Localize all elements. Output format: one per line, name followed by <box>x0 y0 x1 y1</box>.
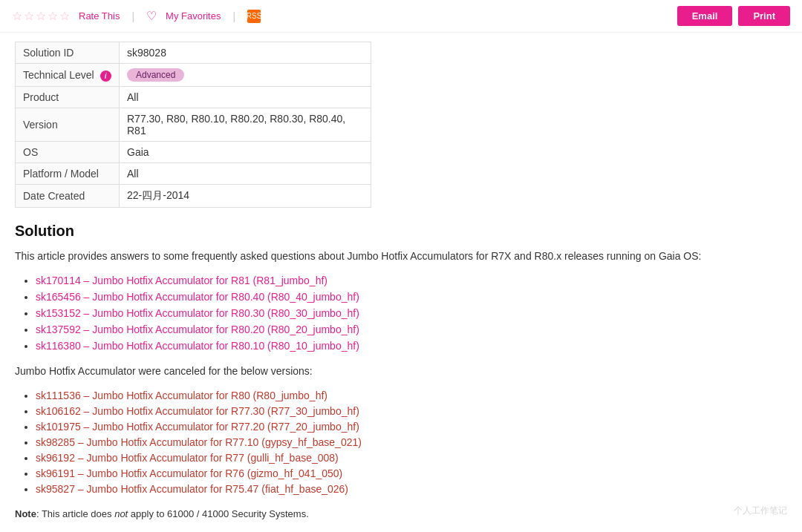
note-em: not <box>114 508 128 519</box>
value-solution-id: sk98028 <box>120 42 371 64</box>
table-row-version: Version R77.30, R80, R80.10, R80.20, R80… <box>16 108 371 142</box>
value-version: R77.30, R80, R80.10, R80.20, R80.30, R80… <box>120 108 371 142</box>
label-product: Product <box>16 87 120 108</box>
star-5[interactable]: ☆ <box>59 9 70 23</box>
link-sk165456[interactable]: sk165456 – Jumbo Hotfix Accumulator for … <box>36 291 359 303</box>
separator-1: | <box>131 10 134 22</box>
list-item: sk95827 – Jumbo Hotfix Accumulator for R… <box>36 483 787 495</box>
list-item: sk96192 – Jumbo Hotfix Accumulator for R… <box>36 452 787 464</box>
active-links-list: sk170114 – Jumbo Hotfix Accumulator for … <box>15 275 787 352</box>
star-2[interactable]: ☆ <box>24 9 34 23</box>
list-item: sk137592 – Jumbo Hotfix Accumulator for … <box>36 324 787 335</box>
value-os: Gaia <box>120 142 371 163</box>
top-bar: ☆ ☆ ☆ ☆ ☆ Rate This | ♡ My Favorites | R… <box>0 0 802 33</box>
list-item: sk116380 – Jumbo Hotfix Accumulator for … <box>36 340 787 352</box>
list-item: sk101975 – Jumbo Hotfix Accumulator for … <box>36 421 787 433</box>
star-rating[interactable]: ☆ ☆ ☆ ☆ ☆ <box>12 9 70 23</box>
link-sk137592[interactable]: sk137592 – Jumbo Hotfix Accumulator for … <box>36 324 359 335</box>
table-row-product: Product All <box>16 87 371 108</box>
main-content: Solution ID sk98028 Technical Level i Ad… <box>0 33 802 532</box>
list-item: sk106162 – Jumbo Hotfix Accumulator for … <box>36 405 787 417</box>
link-sk170114[interactable]: sk170114 – Jumbo Hotfix Accumulator for … <box>36 275 327 286</box>
list-item: sk170114 – Jumbo Hotfix Accumulator for … <box>36 275 787 286</box>
list-item: sk96191 – Jumbo Hotfix Accumulator for R… <box>36 467 787 479</box>
link-sk116380[interactable]: sk116380 – Jumbo Hotfix Accumulator for … <box>36 340 359 352</box>
value-technical-level: Advanced <box>120 64 371 87</box>
list-item: sk98285 – Jumbo Hotfix Accumulator for R… <box>36 436 787 448</box>
label-os: OS <box>16 142 120 163</box>
label-technical-level: Technical Level i <box>16 64 120 87</box>
link-sk98285[interactable]: sk98285 – Jumbo Hotfix Accumulator for R… <box>36 436 362 448</box>
link-sk111536[interactable]: sk111536 – Jumbo Hotfix Accumulator for … <box>36 390 327 401</box>
top-right-actions: Email Print <box>677 6 790 26</box>
email-button[interactable]: Email <box>677 6 733 26</box>
solution-title: Solution <box>15 223 787 240</box>
info-icon[interactable]: i <box>100 70 111 82</box>
label-version: Version <box>16 108 120 142</box>
star-1[interactable]: ☆ <box>12 9 22 23</box>
rate-this-link[interactable]: Rate This <box>79 10 120 22</box>
link-sk106162[interactable]: sk106162 – Jumbo Hotfix Accumulator for … <box>36 405 359 417</box>
link-sk95827[interactable]: sk95827 – Jumbo Hotfix Accumulator for R… <box>36 483 348 495</box>
list-item: sk153152 – Jumbo Hotfix Accumulator for … <box>36 307 787 319</box>
label-solution-id: Solution ID <box>16 42 120 64</box>
table-row-date: Date Created 22-四月-2014 <box>16 185 371 208</box>
table-row-os: OS Gaia <box>16 142 371 163</box>
table-row-platform: Platform / Model All <box>16 163 371 185</box>
cancelled-links-list: sk111536 – Jumbo Hotfix Accumulator for … <box>15 390 787 495</box>
link-sk96192[interactable]: sk96192 – Jumbo Hotfix Accumulator for R… <box>36 452 339 464</box>
link-sk96191[interactable]: sk96191 – Jumbo Hotfix Accumulator for R… <box>36 467 342 479</box>
table-row-technical-level: Technical Level i Advanced <box>16 64 371 87</box>
value-platform: All <box>120 163 371 185</box>
heart-icon: ♡ <box>146 9 157 23</box>
label-date: Date Created <box>16 185 120 208</box>
rss-icon[interactable]: RSS <box>247 10 261 23</box>
list-item: sk165456 – Jumbo Hotfix Accumulator for … <box>36 291 787 303</box>
info-table: Solution ID sk98028 Technical Level i Ad… <box>15 42 371 208</box>
star-4[interactable]: ☆ <box>48 9 58 23</box>
value-date: 22-四月-2014 <box>120 185 371 208</box>
list-item: sk111536 – Jumbo Hotfix Accumulator for … <box>36 390 787 401</box>
advanced-badge: Advanced <box>127 68 184 82</box>
table-row-solution-id: Solution ID sk98028 <box>16 42 371 64</box>
top-left-actions: ☆ ☆ ☆ ☆ ☆ Rate This | ♡ My Favorites | R… <box>12 9 261 23</box>
separator-2: | <box>232 10 235 22</box>
cancelled-intro: Jumbo Hotfix Accumulator were canceled f… <box>15 364 787 379</box>
note-bold: Note <box>15 508 36 519</box>
link-sk153152[interactable]: sk153152 – Jumbo Hotfix Accumulator for … <box>36 307 359 319</box>
favorites-link[interactable]: My Favorites <box>166 10 221 22</box>
value-product: All <box>120 87 371 108</box>
solution-description: This article provides answers to some fr… <box>15 249 787 264</box>
note-text: Note: This article does not apply to 610… <box>15 507 787 522</box>
link-sk101975[interactable]: sk101975 – Jumbo Hotfix Accumulator for … <box>36 421 359 433</box>
star-3[interactable]: ☆ <box>36 9 46 23</box>
label-platform: Platform / Model <box>16 163 120 185</box>
print-button[interactable]: Print <box>738 6 790 26</box>
